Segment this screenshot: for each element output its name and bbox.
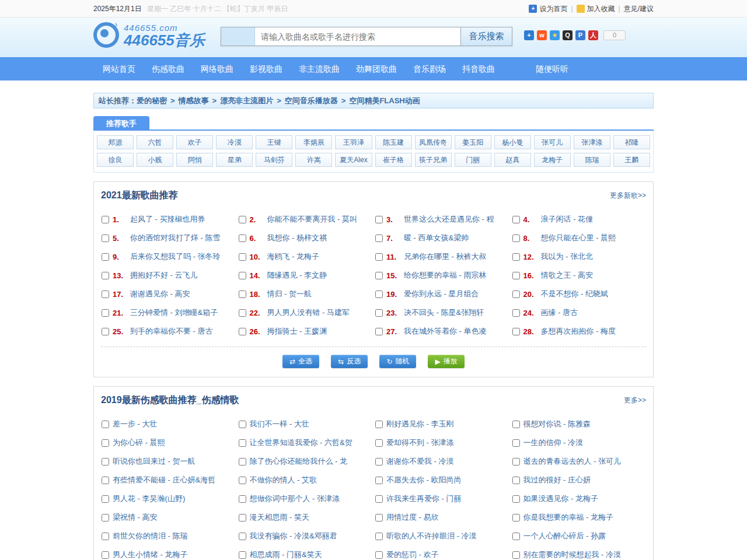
song-link[interactable]: 到手的幸福你不要 - 唐古 [130,326,213,337]
song-link[interactable]: 我以为 - 张北北 [541,251,594,262]
singer-item[interactable]: 徐良 [97,153,134,167]
nav-item-4[interactable]: 非主流歌曲 [291,57,348,80]
song-checkbox[interactable] [239,272,246,279]
song-link[interactable]: 多想再次抱抱你 - 梅度 [541,326,616,337]
song-link[interactable]: 男人生小情绪 - 龙梅子 [113,550,188,560]
song-link[interactable]: 许我来生再爱你 - 门丽 [386,494,462,504]
song-checkbox[interactable] [375,439,383,447]
site-logo[interactable]: 446655.com 446655音乐 [93,22,205,48]
song-checkbox[interactable] [102,216,109,223]
nav-item-1[interactable]: 伤感歌曲 [144,57,193,80]
song-link[interactable]: 谢谢遇见你 - 高安 [130,289,190,299]
song-checkbox[interactable] [239,514,246,522]
song-link[interactable]: 我过的很好 - 庄心妍 [523,475,591,485]
singer-item[interactable]: 郑源 [97,135,134,149]
song-link[interactable]: 刚好遇见你 - 李玉刚 [386,419,454,429]
song-checkbox[interactable] [375,477,383,484]
song-link[interactable]: 不做你的情人 - 艾歌 [250,475,317,485]
song-link[interactable]: 三分钟爱情 - 刘增瞳&箱子 [130,307,218,318]
song-checkbox[interactable] [375,421,383,428]
song-checkbox[interactable] [512,533,520,540]
song-link[interactable]: 拥抱好不好 - 云飞儿 [130,270,198,281]
singer-item[interactable]: 冷漠 [216,135,253,149]
song-link[interactable]: 海鸥飞 - 龙梅子 [267,251,320,262]
share-plus-icon[interactable]: + [524,30,534,40]
song-link[interactable]: 拇指骑士 - 王媛渊 [267,326,327,337]
song-checkbox[interactable] [512,272,520,279]
more-sad-songs-link[interactable]: 更多>> [624,396,646,405]
more-new-songs-link[interactable]: 更多新歌>> [610,191,646,201]
song-checkbox[interactable] [375,514,383,522]
singer-item[interactable]: 张津涤 [574,135,610,149]
song-link[interactable]: 我没有骗你 - 冷漠&邓丽君 [250,531,337,541]
song-link[interactable]: 谢谢你不爱我 - 冷漠 [386,456,454,467]
song-checkbox[interactable] [375,309,383,317]
song-link[interactable]: 用情过度 - 易欣 [386,512,439,523]
song-checkbox[interactable] [512,439,520,447]
song-checkbox[interactable] [375,290,383,298]
song-checkbox[interactable] [375,533,383,540]
song-checkbox[interactable] [102,458,109,466]
song-link[interactable]: 很想对你说 - 陈雅森 [523,419,591,429]
song-link[interactable]: 想做你词中那个人 - 张津涤 [250,494,340,504]
singer-item[interactable]: 阿悄 [176,153,213,167]
song-checkbox[interactable] [239,495,246,503]
song-checkbox[interactable] [375,551,383,559]
song-checkbox[interactable] [375,458,383,466]
nav-item-7[interactable]: 抖音歌曲 [454,57,503,80]
song-checkbox[interactable] [375,253,383,261]
top-link-1[interactable]: 加入收藏 [577,4,615,14]
song-link[interactable]: 相思成雨 - 门丽&笑天 [250,550,322,560]
invert-select-button[interactable]: ⇆反选 [331,355,368,368]
singer-item[interactable]: 许嵩 [295,153,332,167]
singer-item[interactable]: 陈玉建 [375,135,412,149]
song-link[interactable]: 情歌之王 - 高安 [541,270,594,281]
recommend-link-1[interactable]: 情感故事 [179,96,209,105]
song-link[interactable]: 世界这么大还是遇见你 - 程 [404,214,494,225]
song-link[interactable]: 差一步 - 大壮 [113,419,158,429]
song-checkbox[interactable] [239,253,246,261]
search-category-selector[interactable] [221,27,255,46]
song-checkbox[interactable] [512,551,520,559]
song-link[interactable]: 随缘遇见 - 李文静 [267,270,327,281]
song-checkbox[interactable] [102,477,109,484]
tab-recommended-singers[interactable]: 推荐歌手 [93,116,149,131]
song-checkbox[interactable] [239,421,246,428]
song-link[interactable]: 漫天相思雨 - 笑天 [250,512,310,523]
singer-item[interactable]: 王羽泽 [335,135,372,149]
song-checkbox[interactable] [102,551,109,559]
song-link[interactable]: 起风了 - 买辣椒也用券 [130,214,205,225]
song-link[interactable]: 情归 - 贺一航 [267,289,312,299]
song-checkbox[interactable] [102,253,109,261]
random-button[interactable]: ↻随机 [379,355,416,368]
song-checkbox[interactable] [102,272,109,279]
select-all-button[interactable]: ⇄全选 [282,355,319,368]
song-checkbox[interactable] [102,533,109,540]
top-link-0[interactable]: +设为首页 [529,4,567,14]
singer-item[interactable]: 张可儿 [534,135,571,149]
song-link[interactable]: 爱却得不到 - 张津涤 [386,438,454,448]
song-link[interactable]: 除了伤心你还能给我什么 - 龙 [250,456,348,467]
pengyou-icon[interactable]: P [575,30,585,40]
song-link[interactable]: 给你想要的幸福 - 雨宗林 [404,270,487,281]
singer-item[interactable]: 筷子兄弟 [415,153,452,167]
top-link-2[interactable]: 意见/建议 [624,4,654,14]
song-link[interactable]: 别在需要的时候想起我 - 冷漠 [523,550,622,560]
song-checkbox[interactable] [375,235,383,242]
song-checkbox[interactable] [102,421,109,428]
singer-item[interactable]: 祁隆 [613,135,650,149]
recommend-link-4[interactable]: 空间精美FLASH动画 [349,96,420,105]
recommend-link-3[interactable]: 空间音乐播放器 [285,96,338,105]
song-link[interactable]: 有些情爱不能碰 - 庄心妍&海哲 [113,475,215,485]
song-checkbox[interactable] [239,551,246,559]
song-checkbox[interactable] [512,495,520,503]
song-link[interactable]: 爱你到永远 - 星月组合 [404,289,479,299]
singer-item[interactable]: 马剑芬 [256,153,292,167]
song-link[interactable]: 画缘 - 唐古 [541,307,578,318]
song-checkbox[interactable] [102,495,109,503]
song-checkbox[interactable] [512,253,520,261]
singer-item[interactable]: 星弟 [216,153,253,167]
song-link[interactable]: 不愿失去你 - 欧阳尚尚 [386,475,462,485]
song-link[interactable]: 爱的惩罚 - 欢子 [386,550,439,560]
singer-item[interactable]: 崔子格 [375,153,412,167]
